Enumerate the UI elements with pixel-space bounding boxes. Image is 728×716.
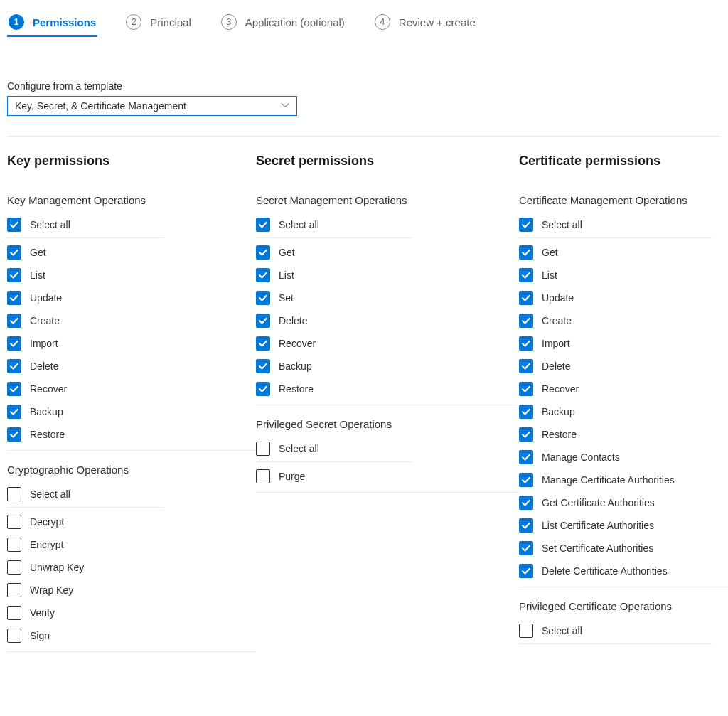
checkbox-icon: [7, 314, 21, 328]
checkbox-label: Sign: [30, 630, 50, 641]
select-all-checkbox[interactable]: Select all: [7, 213, 164, 238]
checkbox-label: Backup: [279, 360, 312, 372]
checkbox-icon: [519, 314, 533, 328]
permission-checkbox[interactable]: Create: [7, 309, 164, 332]
permission-checkbox[interactable]: Unwrap Key: [7, 556, 164, 579]
template-dropdown[interactable]: Key, Secret, & Certificate Management: [7, 96, 297, 116]
step-2[interactable]: 2Principal: [124, 7, 193, 37]
permission-checkbox[interactable]: Restore: [256, 378, 412, 400]
select-all-checkbox[interactable]: Select all: [7, 483, 164, 508]
column-title: Certificate permissions: [519, 154, 728, 169]
column-title: Secret permissions: [256, 154, 519, 169]
checkbox-icon: [7, 359, 21, 373]
permission-checkbox[interactable]: Sign: [7, 624, 164, 647]
checkbox-icon: [519, 450, 533, 464]
permission-items: GetListSetDeleteRecoverBackupRestore: [256, 241, 519, 405]
checkbox-icon: [519, 541, 533, 555]
chevron-down-icon: [281, 100, 289, 112]
checkbox-icon: [519, 564, 533, 578]
checkbox-label: Update: [30, 292, 62, 304]
permission-checkbox[interactable]: Encrypt: [7, 533, 164, 556]
checkbox-label: Select all: [542, 625, 582, 636]
permission-checkbox[interactable]: Get: [7, 241, 164, 264]
permission-checkbox[interactable]: Get: [519, 241, 712, 264]
group-heading: Certificate Management Operations: [519, 194, 728, 206]
permission-checkbox[interactable]: Backup: [519, 400, 712, 423]
checkbox-icon: [256, 268, 270, 282]
permission-checkbox[interactable]: Get Certificate Authorities: [519, 491, 712, 514]
permission-checkbox[interactable]: Backup: [256, 355, 412, 378]
permission-checkbox[interactable]: Import: [519, 332, 712, 355]
select-all-checkbox[interactable]: Select all: [519, 213, 712, 238]
checkbox-icon: [519, 245, 533, 260]
permission-checkbox[interactable]: Backup: [7, 400, 164, 423]
step-label: Principal: [150, 16, 191, 28]
permission-checkbox[interactable]: Wrap Key: [7, 579, 164, 602]
group-heading: Privileged Certificate Operations: [519, 600, 728, 612]
checkbox-label: Backup: [30, 406, 63, 417]
permission-checkbox[interactable]: Delete: [519, 355, 712, 378]
step-4[interactable]: 4Review + create: [373, 7, 477, 37]
checkbox-icon: [7, 583, 21, 597]
permission-checkbox[interactable]: Delete Certificate Authorities: [519, 560, 712, 582]
checkbox-label: Get: [279, 247, 295, 258]
step-3[interactable]: 3Application (optional): [220, 7, 346, 37]
permission-checkbox[interactable]: Restore: [7, 423, 164, 446]
checkbox-icon: [519, 473, 533, 487]
checkbox-icon: [7, 487, 21, 501]
permission-items: Purge: [256, 465, 519, 493]
step-label: Permissions: [33, 16, 96, 28]
checkbox-label: Set: [279, 292, 294, 304]
checkbox-icon: [7, 245, 21, 260]
checkbox-icon: [7, 629, 21, 643]
checkbox-icon: [256, 336, 270, 351]
checkbox-icon: [519, 218, 533, 232]
checkbox-label: Delete: [542, 360, 570, 372]
permission-checkbox[interactable]: Set Certificate Authorities: [519, 537, 712, 560]
permission-checkbox[interactable]: Delete: [256, 309, 412, 332]
permission-checkbox[interactable]: Manage Certificate Authorities: [519, 469, 712, 491]
permission-checkbox[interactable]: Create: [519, 309, 712, 332]
permission-checkbox[interactable]: Get: [256, 241, 412, 264]
permission-checkbox[interactable]: Import: [7, 332, 164, 355]
checkbox-label: Verify: [30, 607, 55, 619]
permission-checkbox[interactable]: List: [519, 264, 712, 287]
checkbox-icon: [7, 427, 21, 442]
permission-checkbox[interactable]: List: [256, 264, 412, 287]
permission-checkbox[interactable]: Manage Contacts: [519, 446, 712, 469]
select-all-checkbox[interactable]: Select all: [519, 619, 712, 644]
select-all-checkbox[interactable]: Select all: [256, 213, 412, 238]
permission-checkbox[interactable]: Recover: [256, 332, 412, 355]
permission-checkbox[interactable]: Purge: [256, 465, 412, 488]
permission-checkbox[interactable]: List: [7, 264, 164, 287]
wizard-stepper: 1Permissions2Principal3Application (opti…: [7, 7, 721, 38]
checkbox-icon: [256, 359, 270, 373]
checkbox-icon: [7, 268, 21, 282]
permission-checkbox[interactable]: List Certificate Authorities: [519, 514, 712, 537]
permission-checkbox[interactable]: Update: [519, 287, 712, 309]
permission-items: GetListUpdateCreateImportDeleteRecoverBa…: [7, 241, 256, 451]
permission-checkbox[interactable]: Update: [7, 287, 164, 309]
permission-checkbox[interactable]: Recover: [519, 378, 712, 400]
permissions-column: Key permissionsKey Management Operations…: [7, 154, 256, 652]
group-heading: Cryptographic Operations: [7, 464, 256, 476]
permission-checkbox[interactable]: Restore: [519, 423, 712, 446]
step-number-icon: 2: [126, 14, 141, 30]
checkbox-label: Restore: [30, 429, 65, 440]
checkbox-label: Update: [542, 292, 574, 304]
checkbox-label: Delete: [30, 360, 58, 372]
checkbox-icon: [256, 218, 270, 232]
step-1[interactable]: 1Permissions: [7, 7, 97, 37]
checkbox-label: Encrypt: [30, 539, 63, 550]
select-all-checkbox[interactable]: Select all: [256, 437, 412, 462]
permissions-column: Secret permissionsSecret Management Oper…: [256, 154, 519, 652]
permission-checkbox[interactable]: Delete: [7, 355, 164, 378]
permission-checkbox[interactable]: Set: [256, 287, 412, 309]
permission-checkbox[interactable]: Recover: [7, 378, 164, 400]
template-label: Configure from a template: [7, 80, 721, 92]
checkbox-icon: [519, 496, 533, 510]
step-label: Application (optional): [245, 16, 345, 28]
template-dropdown-value: Key, Secret, & Certificate Management: [15, 100, 186, 112]
permission-checkbox[interactable]: Decrypt: [7, 511, 164, 533]
permission-checkbox[interactable]: Verify: [7, 602, 164, 624]
